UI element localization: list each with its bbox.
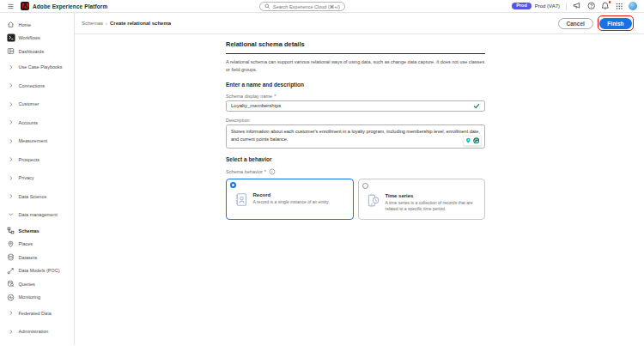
sidebar-item-dashboards[interactable]: Dashboards (0, 45, 74, 58)
sidebar-item-label: Measurement (19, 138, 48, 143)
sidebar-item-monitoring[interactable]: Monitoring (0, 291, 74, 305)
schema-display-name-input[interactable]: Loyalty_memberships (226, 100, 485, 112)
notifications-icon[interactable] (601, 2, 610, 10)
sidebar-item-customer[interactable]: Customer (0, 95, 74, 114)
sidebar-item-connections[interactable]: Connections (0, 76, 74, 95)
sidebar-item-label: Prospects (19, 157, 39, 162)
sidebar-item-accounts[interactable]: Accounts (0, 113, 74, 132)
sidebar-item-label: Places (19, 241, 33, 246)
top-bar: Adobe Experience Platform Search Experie… (0, 0, 644, 13)
sidebar-item-label: Use Case Playbooks (19, 64, 63, 70)
action-bar: Schemas › Create relational schema Cance… (75, 13, 644, 34)
description-textarea[interactable]: Stores information about each customer's… (226, 124, 485, 149)
description-value: Stores information about each customer's… (231, 129, 480, 142)
radio-record[interactable] (230, 182, 236, 188)
chevron-right-icon (6, 175, 15, 181)
divider (566, 3, 567, 10)
breadcrumb-separator: › (106, 21, 107, 26)
search-input[interactable]: Search Experience Cloud (⌘+/) (259, 2, 345, 11)
intro-text: A relational schema can support various … (226, 58, 485, 74)
description-label: Description (226, 118, 485, 123)
sidebar-item-workflows[interactable]: Workflows (0, 32, 74, 46)
display-name-label: Schema display name * (226, 94, 485, 99)
behavior-card-time-series[interactable]: Time series A time series is a collectio… (358, 179, 486, 220)
sidebar-item-queries[interactable]: Queries (0, 277, 74, 291)
sidebar-item-home[interactable]: Home (0, 18, 74, 32)
notification-badge (608, 0, 612, 4)
sidebar-item-privacy[interactable]: Privacy (0, 169, 74, 188)
sidebar-item-prospects[interactable]: Prospects (0, 150, 74, 169)
hamburger-menu-icon[interactable] (7, 3, 15, 10)
chevron-right-icon (6, 310, 15, 316)
feedback-icon[interactable] (573, 2, 581, 10)
sidebar-item-label: Privacy (19, 175, 34, 180)
avatar[interactable] (629, 2, 637, 10)
sidebar-item-administration[interactable]: Administration (0, 323, 74, 342)
finish-button[interactable]: Finish (599, 18, 631, 29)
radio-time-series[interactable] (362, 183, 368, 189)
chevron-right-icon (6, 329, 15, 335)
search-placeholder: Search Experience Cloud (⌘+/) (273, 4, 340, 9)
suggestion-pin-icon (465, 137, 471, 144)
environment-name[interactable]: Prod (VA7) (535, 3, 560, 9)
behavior-section-heading: Select a behavior (226, 156, 485, 162)
sidebar-item-label: Workflows (19, 35, 40, 40)
chevron-right-icon (6, 193, 15, 199)
sidebar-item-schemas[interactable]: Schemas (0, 224, 74, 238)
chevron-right-icon (6, 82, 15, 88)
datasets-icon (6, 253, 15, 261)
time-series-device-clock-icon (366, 193, 380, 208)
chevron-right-icon (6, 64, 15, 70)
breadcrumb-schemas[interactable]: Schemas (82, 21, 103, 26)
sidebar: HomeWorkflowsDashboardsUse Case Playbook… (0, 13, 75, 345)
sidebar-item-label: Datasets (19, 255, 38, 260)
search-icon (264, 3, 270, 9)
sidebar-item-data-management[interactable]: Data management (0, 206, 74, 225)
monitoring-icon (6, 294, 15, 301)
sidebar-item-label: Accounts (19, 120, 39, 125)
record-contact-book-icon (234, 192, 248, 207)
chevron-right-icon (6, 138, 15, 144)
schemas-icon (6, 227, 15, 234)
queries-icon (6, 280, 15, 288)
sidebar-item-label: Home (19, 22, 32, 27)
grammarly-icon (473, 137, 480, 144)
sidebar-item-use-case-playbooks[interactable]: Use Case Playbooks (0, 58, 74, 77)
environment-badge[interactable]: Prod (512, 3, 532, 10)
dashboards-icon (6, 47, 15, 55)
sidebar-item-measurement[interactable]: Measurement (0, 132, 74, 151)
app-title: Adobe Experience Platform (33, 3, 107, 9)
sidebar-item-label: Customer (19, 101, 39, 106)
help-icon[interactable] (587, 2, 596, 10)
sidebar-item-data-science[interactable]: Data Science (0, 187, 74, 206)
sidebar-item-label: Monitoring (19, 294, 41, 300)
workflows-icon (6, 33, 15, 42)
behavior-options: Record A record is a single instance of … (226, 179, 485, 220)
apps-grid-icon[interactable] (616, 3, 623, 10)
behavior-card-record[interactable]: Record A record is a single instance of … (226, 179, 354, 220)
sidebar-item-federated-data[interactable]: Federated Data (0, 304, 74, 323)
chevron-right-icon (6, 101, 15, 107)
sidebar-item-label: Queries (19, 282, 35, 287)
grammarly-widget[interactable] (463, 136, 482, 146)
info-icon[interactable] (269, 168, 276, 175)
cancel-button[interactable]: Cancel (558, 18, 593, 29)
home-icon (6, 21, 15, 28)
chevron-right-icon (6, 156, 15, 162)
sidebar-item-datasets[interactable]: Datasets (0, 251, 74, 264)
display-name-value: Loyalty_memberships (231, 103, 473, 108)
record-description: A record is a single instance of an enti… (253, 199, 349, 206)
page-title: Relational schema details (226, 40, 485, 54)
data-models-icon (6, 267, 15, 275)
sidebar-item-places[interactable]: Places (0, 238, 74, 252)
adobe-logo (21, 2, 29, 10)
sidebar-item-label: Federated Data (19, 311, 52, 316)
sidebar-item-label: Administration (19, 329, 49, 334)
annotation-highlight: Finish (598, 15, 634, 31)
sidebar-item-label: Data management (19, 212, 58, 217)
required-asterisk: * (264, 169, 266, 174)
name-section-heading: Enter a name and description (226, 82, 485, 88)
sidebar-item-data-models-poc[interactable]: Data Models (POC) (0, 264, 74, 278)
time-series-description: A time series is a collection of records… (386, 200, 480, 214)
record-title: Record (253, 192, 349, 197)
